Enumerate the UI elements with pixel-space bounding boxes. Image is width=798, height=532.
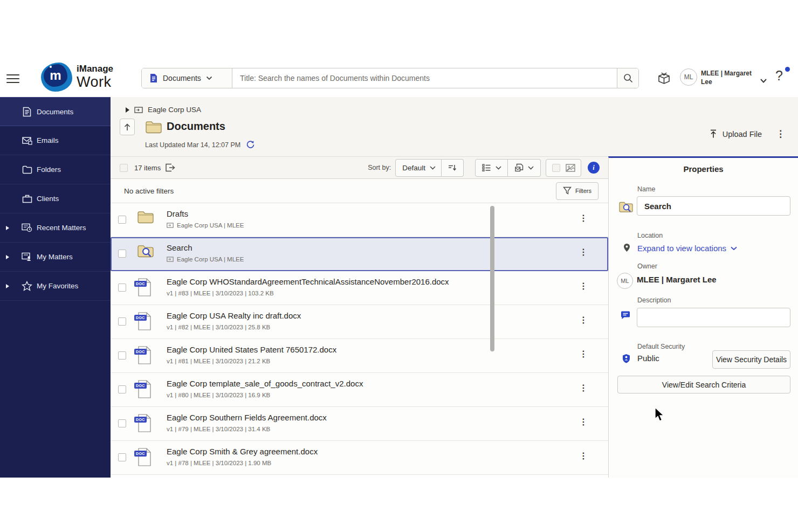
recent-matters-icon xyxy=(22,223,32,233)
navigate-up-button[interactable] xyxy=(120,119,135,135)
workspace-icon xyxy=(134,107,143,113)
last-updated-text: Last Updated Mar 14, 12:07 PM xyxy=(145,141,240,149)
row-checkbox[interactable] xyxy=(118,453,126,461)
row-more-actions-button[interactable]: ⋮ xyxy=(579,384,588,392)
row-more-actions-button[interactable]: ⋮ xyxy=(579,248,588,257)
list-item-document[interactable]: DOC Eagle Corp United States Patent 7650… xyxy=(111,339,608,373)
user-menu-caret-icon[interactable] xyxy=(760,75,767,85)
search-submit-button[interactable] xyxy=(617,68,638,88)
properties-title: Properties xyxy=(609,164,798,174)
list-item-document[interactable]: DOC Eagle Corp Southern Fields Agreement… xyxy=(111,407,608,441)
expand-caret-icon[interactable] xyxy=(6,284,9,288)
breadcrumb[interactable]: Eagle Corp USA xyxy=(126,106,201,114)
package-tray-icon xyxy=(657,72,671,85)
row-more-actions-button[interactable]: ⋮ xyxy=(579,418,588,426)
refresh-icon[interactable] xyxy=(246,140,255,149)
header-more-actions-button[interactable]: ⋮ xyxy=(776,129,785,139)
view-edit-search-criteria-button[interactable]: View/Edit Search Criteria xyxy=(617,376,790,393)
hamburger-menu-icon[interactable] xyxy=(6,72,19,82)
help-button[interactable]: ? xyxy=(775,68,783,84)
sidebar-item-my-matters[interactable]: My Matters xyxy=(0,243,111,272)
sidebar-item-recent-matters[interactable]: Recent Matters xyxy=(0,213,111,243)
expand-locations-link[interactable]: Expand to view locations xyxy=(637,244,737,253)
word-doc-icon: DOC xyxy=(137,414,155,434)
list-item-document[interactable]: DOC Eagle Corp USA Realty inc draft.docx… xyxy=(111,305,608,339)
owner-value: MLEE | Margaret Lee xyxy=(637,275,717,284)
document-display-toggle[interactable] xyxy=(508,159,541,177)
document-view-icon xyxy=(515,163,524,172)
info-button[interactable]: i xyxy=(588,162,600,174)
workspace-icon xyxy=(167,223,174,228)
sort-by-label: Sort by: xyxy=(368,164,391,171)
sidebar-item-my-favorites[interactable]: My Favorites xyxy=(0,272,111,301)
view-security-details-button[interactable]: View Security Details xyxy=(712,350,790,369)
imanage-logo-blob: m xyxy=(41,63,72,92)
user-name[interactable]: MLEE | Margaret Lee xyxy=(701,69,755,86)
name-field[interactable]: Search xyxy=(637,196,790,216)
search-input[interactable] xyxy=(232,68,617,88)
breadcrumb-label[interactable]: Eagle Corp USA xyxy=(148,106,201,114)
preview-checkbox[interactable] xyxy=(552,164,560,172)
upload-file-button[interactable]: Upload File xyxy=(709,129,762,139)
active-filters-status: No active filters xyxy=(124,187,174,195)
row-checkbox[interactable] xyxy=(118,419,126,427)
expand-caret-icon[interactable] xyxy=(6,255,9,259)
name-label: Name xyxy=(637,185,655,193)
row-checkbox[interactable] xyxy=(118,317,126,326)
description-label: Description xyxy=(637,296,671,304)
owner-label: Owner xyxy=(637,262,657,270)
security-value: Public xyxy=(637,354,659,363)
star-icon xyxy=(22,281,32,292)
sort-direction-button[interactable] xyxy=(442,159,464,177)
user-avatar[interactable]: ML xyxy=(680,68,697,86)
list-view-icon xyxy=(482,164,491,171)
list-item-document[interactable]: DOC Eagle Corp template_sale_of_goods_co… xyxy=(111,373,608,407)
row-checkbox[interactable] xyxy=(118,284,126,292)
list-view-toggle[interactable] xyxy=(475,159,508,177)
sidebar-item-emails[interactable]: Emails xyxy=(0,126,111,155)
row-more-actions-button[interactable]: ⋮ xyxy=(579,350,588,358)
row-more-actions-button[interactable]: ⋮ xyxy=(579,452,588,460)
list-item-search-selected[interactable]: Search Eagle Corp USA | MLEE ⋮ xyxy=(111,237,608,271)
search-scope-dropdown[interactable]: Documents xyxy=(142,68,232,88)
description-field[interactable] xyxy=(637,308,790,327)
row-more-actions-button[interactable]: ⋮ xyxy=(579,214,588,223)
row-more-actions-button[interactable]: ⋮ xyxy=(579,316,588,324)
sort-select[interactable]: Default xyxy=(395,159,442,177)
sidebar-item-documents[interactable]: Documents xyxy=(0,97,111,126)
funnel-icon xyxy=(563,186,572,195)
row-checkbox[interactable] xyxy=(118,385,126,393)
row-checkbox[interactable] xyxy=(118,250,126,258)
sort-direction-icon xyxy=(448,164,457,171)
comment-icon xyxy=(621,311,630,322)
chevron-down-icon xyxy=(430,166,436,170)
notification-dot xyxy=(785,67,790,72)
default-security-label: Default Security xyxy=(637,343,685,350)
list-item-document[interactable]: DOC Eagle Corp Smith & Grey agreement.do… xyxy=(111,441,608,475)
preview-pane-icon[interactable] xyxy=(566,164,575,172)
list-scrollbar-thumb[interactable] xyxy=(490,206,494,351)
list-item-document[interactable]: DOC Eagle Corp WHOStandardAgreementTechn… xyxy=(111,271,608,305)
list-item-drafts-folder[interactable]: Drafts Eagle Corp USA | MLEE ⋮ xyxy=(111,203,608,237)
checked-out-tray-button[interactable] xyxy=(656,70,672,86)
filter-bar: No active filters Filters xyxy=(111,179,608,203)
security-shield-icon xyxy=(622,354,630,365)
export-list-icon[interactable] xyxy=(165,163,175,172)
row-checkbox[interactable] xyxy=(118,351,126,360)
expand-caret-icon[interactable] xyxy=(6,226,9,230)
sidebar-item-clients[interactable]: Clients xyxy=(0,184,111,213)
filters-button[interactable]: Filters xyxy=(556,182,598,200)
row-checkbox[interactable] xyxy=(118,216,126,224)
breadcrumb-caret-icon[interactable] xyxy=(126,107,129,113)
sidebar-item-folders[interactable]: Folders xyxy=(0,155,111,184)
row-more-actions-button[interactable]: ⋮ xyxy=(579,282,588,291)
select-all-checkbox[interactable] xyxy=(120,164,128,172)
search-folder-icon xyxy=(137,244,155,265)
location-pin-icon xyxy=(623,243,630,254)
document-list: Drafts Eagle Corp USA | MLEE ⋮ Search Ea… xyxy=(111,203,608,478)
workspace-icon xyxy=(167,257,174,262)
arrow-up-icon xyxy=(123,123,131,132)
search-icon xyxy=(623,73,633,83)
word-doc-icon: DOC xyxy=(137,278,155,299)
folder-icon xyxy=(137,210,155,231)
